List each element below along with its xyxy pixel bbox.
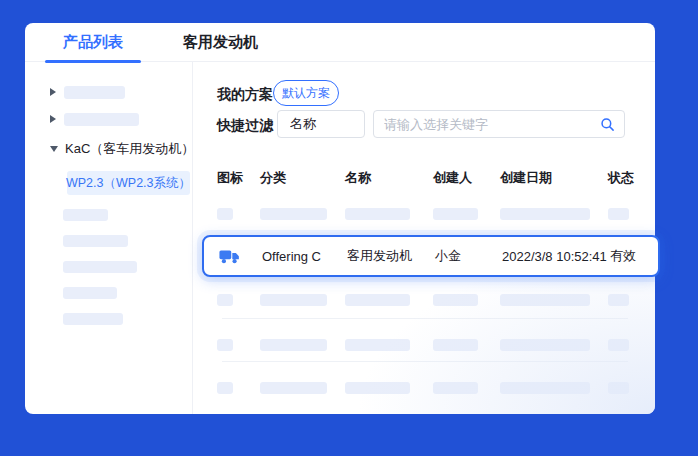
skeleton-bar	[345, 339, 410, 351]
skeleton-bar	[433, 208, 478, 220]
my-plan-label: 我的方案	[217, 86, 273, 104]
tree-item-kac-label: KaC（客车用发动机）	[65, 140, 194, 158]
skeleton-bar	[433, 339, 478, 351]
skeleton-bar	[217, 382, 233, 394]
main-content: 我的方案 默认方案 快捷过滤 图标 分类 名称 创建人 创建日期 状态	[193, 62, 655, 414]
keyword-search-box	[373, 110, 625, 138]
skeleton-bar	[63, 287, 117, 299]
caret-right-icon	[50, 115, 56, 123]
skeleton-bar	[608, 339, 629, 351]
tab-bar: 产品列表 客用发动机	[25, 23, 655, 62]
default-plan-button[interactable]: 默认方案	[273, 80, 339, 106]
skeleton-bar	[63, 235, 128, 247]
skeleton-bar	[345, 294, 410, 306]
tab-passenger-engine[interactable]: 客用发动机	[165, 23, 276, 62]
sidebar-tree: KaC（客车用发动机） WP2.3（WP2.3系统）	[25, 62, 193, 414]
skeleton-bar	[260, 294, 327, 306]
col-header-category: 分类	[260, 169, 345, 187]
skeleton-bar	[260, 339, 327, 351]
row-category: Offering C	[262, 249, 347, 264]
skeleton-bar	[63, 261, 137, 273]
table-row-highlighted[interactable]: Offering C 客用发动机 小金 2022/3/8 10:52:41 有效	[202, 235, 660, 277]
keyword-search-input[interactable]	[374, 117, 600, 132]
skeleton-bar	[63, 209, 108, 221]
app-window: 产品列表 客用发动机 KaC（客车用发动机） WP2.3（WP2.3系统）	[25, 23, 655, 414]
row-divider	[222, 361, 628, 362]
row-created-date: 2022/3/8 10:52:41	[502, 249, 610, 264]
col-header-created-date: 创建日期	[500, 169, 608, 187]
skeleton-bar	[217, 208, 233, 220]
tree-item-wp23-selected[interactable]: WP2.3（WP2.3系统）	[67, 171, 190, 195]
caret-down-icon	[50, 146, 58, 152]
col-header-icon: 图标	[217, 169, 260, 187]
skeleton-bar	[64, 113, 139, 126]
skeleton-bar	[345, 208, 410, 220]
row-status: 有效	[610, 247, 654, 265]
tree-item-placeholder-1[interactable]	[50, 84, 192, 100]
skeleton-bar	[608, 382, 629, 394]
table-row-skeleton	[217, 206, 641, 218]
table-row-skeleton	[217, 380, 641, 392]
skeleton-bar	[500, 294, 590, 306]
tab-passenger-engine-label: 客用发动机	[183, 33, 258, 52]
skeleton-bar	[217, 339, 233, 351]
skeleton-bar	[345, 382, 410, 394]
skeleton-bar	[260, 382, 327, 394]
filter-field-select[interactable]	[277, 110, 365, 138]
table-header-row: 图标 分类 名称 创建人 创建日期 状态	[217, 169, 641, 187]
skeleton-bar	[217, 294, 233, 306]
skeleton-bar	[64, 86, 125, 99]
col-header-status: 状态	[608, 169, 641, 187]
tab-product-list-label: 产品列表	[63, 33, 123, 52]
row-divider	[222, 318, 628, 319]
tree-item-placeholder-2[interactable]	[50, 111, 192, 127]
quick-filter-label: 快捷过滤	[217, 117, 273, 135]
row-creator: 小金	[435, 247, 502, 265]
table-row-skeleton	[217, 337, 641, 349]
caret-right-icon	[50, 88, 56, 96]
skeleton-bar	[260, 208, 327, 220]
table-row-skeleton	[217, 292, 641, 304]
tree-item-wp23-label: WP2.3（WP2.3系统）	[66, 175, 191, 192]
skeleton-bar	[433, 294, 478, 306]
page-background: 产品列表 客用发动机 KaC（客车用发动机） WP2.3（WP2.3系统）	[0, 0, 698, 456]
skeleton-bar	[63, 313, 123, 325]
skeleton-bar	[500, 208, 590, 220]
col-header-creator: 创建人	[433, 169, 500, 187]
skeleton-bar	[608, 208, 629, 220]
row-name: 客用发动机	[347, 247, 435, 265]
search-icon[interactable]	[600, 117, 615, 132]
truck-icon	[219, 248, 262, 265]
col-header-name: 名称	[345, 169, 433, 187]
skeleton-bar	[608, 294, 629, 306]
skeleton-bar	[433, 382, 478, 394]
tab-product-list[interactable]: 产品列表	[45, 23, 141, 62]
skeleton-bar	[500, 382, 590, 394]
tree-item-kac[interactable]: KaC（客车用发动机）	[50, 141, 192, 157]
skeleton-bar	[500, 339, 590, 351]
